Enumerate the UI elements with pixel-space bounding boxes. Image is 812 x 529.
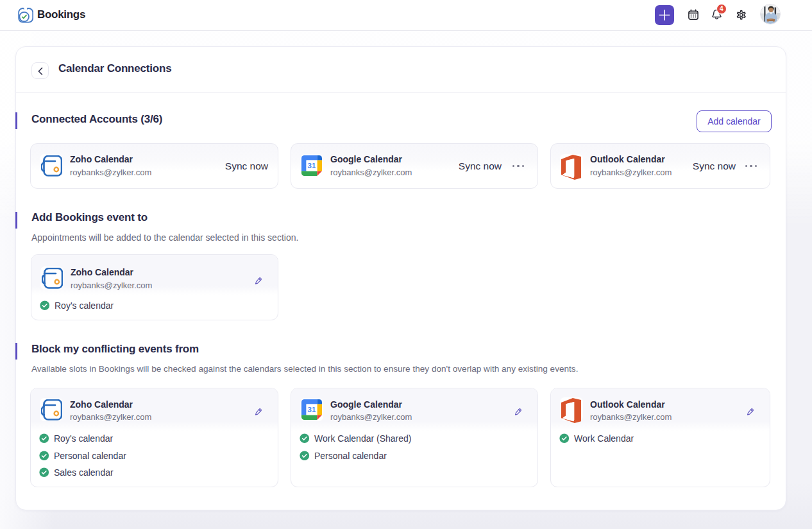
svg-text:31: 31 — [308, 162, 316, 169]
svg-text:31: 31 — [308, 406, 316, 413]
